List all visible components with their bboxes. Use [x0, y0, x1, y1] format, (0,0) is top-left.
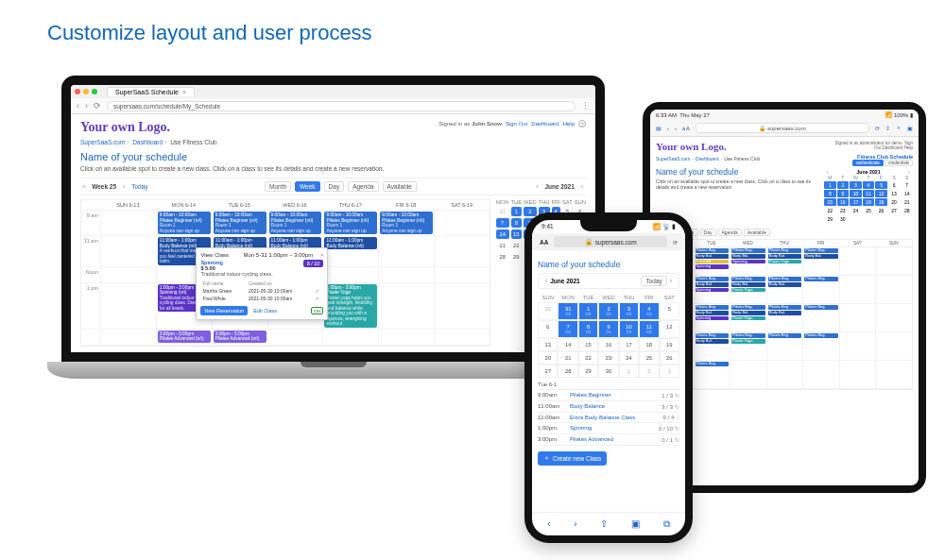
event-pilates-beginner[interactable]: 9:00am - 10:00amPilates Beginner (n/t)Ro…	[269, 212, 322, 234]
back-icon[interactable]: ‹	[547, 518, 550, 530]
repeat-icon: ○	[676, 415, 679, 420]
forward-icon[interactable]: ›	[574, 518, 576, 530]
event-pilates-beginner[interactable]: 9:00am - 10:00amPilates Beginner (n/t)Ro…	[324, 212, 377, 234]
today-link[interactable]: Today	[131, 183, 147, 190]
list-item[interactable]: 9:00amPilates Beginner1 / 3↻	[538, 390, 679, 401]
chevron-left-icon[interactable]: ‹	[542, 278, 550, 284]
table-row[interactable]: Fred White2021-05-30 10:00am↗	[200, 295, 323, 302]
text-size-icon[interactable]: AA	[540, 239, 548, 246]
close-icon[interactable]	[75, 89, 80, 94]
col-head: SAT 6-19	[434, 200, 490, 210]
crumb-root[interactable]: SuperSaaS.com	[80, 139, 125, 145]
view-available[interactable]: Available	[744, 229, 770, 236]
chevron-right-icon[interactable]: ›	[667, 278, 675, 284]
forward-icon[interactable]: ›	[85, 101, 88, 110]
dashboard-link[interactable]: Dashboard	[531, 121, 558, 127]
event-pilates-advanced[interactable]: 3:00pm - 5:00pmPilates Advanced (n/t)	[214, 331, 266, 343]
crumb-dashboard[interactable]: Dashboard	[132, 139, 163, 145]
mini-calendar[interactable]: MTWTFSS 1234567 891011121314 15161718192…	[824, 175, 913, 223]
forward-icon[interactable]: ›	[675, 126, 677, 131]
sign-out-link[interactable]: Sign Out	[506, 121, 527, 127]
link-icon[interactable]: ↗	[313, 287, 323, 295]
week-grid[interactable]: SUN 6-13 MON 6-14 TUE 6-15 WED 6-16 THU …	[80, 199, 490, 347]
event-pilates-beginner[interactable]: 9:00am - 10:00amPilates Beginner (n/t)Ro…	[380, 212, 433, 234]
prev-week-icon[interactable]: ‹	[80, 183, 88, 190]
mobile-calendar[interactable]: SUNMONTUEWEDTHUFRISAT 3031C91C92C93C94C9…	[538, 293, 679, 378]
repeat-icon: ↻	[675, 425, 679, 432]
edit-class-link[interactable]: Edit Class	[253, 308, 277, 314]
event-pilates-beginner[interactable]: 9:00am - 10:00amPilates Beginner (n/t)Ro…	[158, 212, 211, 234]
iphone-address-bar[interactable]: 🔒supersaas.com	[554, 236, 667, 247]
repeat-icon: ↻	[675, 392, 679, 399]
page-headline: Customize layout and user process	[47, 21, 372, 45]
close-tab-icon[interactable]: ×	[182, 89, 186, 95]
help-link[interactable]: Help	[563, 121, 575, 127]
share-icon[interactable]: ⇪	[600, 518, 608, 530]
list-item[interactable]: 11:00amExtra Body Balance Class0 / 4○	[538, 413, 679, 423]
window-controls[interactable]	[75, 89, 97, 94]
next-month-icon[interactable]: ›	[578, 183, 586, 190]
crumb-current: Use Fitness Club	[170, 139, 217, 145]
event-body-balance[interactable]: 11:00am - 1:00pmBody Balance (n/t)	[324, 237, 377, 249]
back-icon[interactable]: ‹	[77, 101, 79, 110]
ipad-toolbar: ▤ ‹ › ᴀA 🔒 supersaas.com ⟳ ⇪ ＋ ▣	[650, 120, 919, 137]
menu-icon[interactable]: ⋮	[581, 101, 590, 110]
create-class-button[interactable]: ＋Create new Class	[538, 451, 607, 466]
auth-button[interactable]: authenticate	[852, 160, 884, 166]
view-day[interactable]: Day	[700, 229, 716, 236]
col-head: FRI 6-18	[378, 200, 434, 210]
text-size-icon[interactable]: ᴀA	[682, 125, 690, 131]
ipad-status-bar: 6:33 AM Thu May 27 📶 100% ▮	[650, 110, 919, 120]
reload-icon[interactable]: ⟳	[875, 125, 880, 131]
event-pilates-advanced[interactable]: 3:00pm - 5:00pmPilates Advanced (n/t)	[158, 331, 211, 343]
tabs-icon[interactable]: ⧉	[663, 518, 670, 530]
help-icon[interactable]: ?	[578, 120, 586, 127]
today-button[interactable]: Today	[641, 276, 666, 286]
iphone-address-row: AA 🔒supersaas.com ⟳	[532, 233, 685, 250]
month-picker[interactable]: ‹ June 2021 Today ›	[538, 273, 679, 289]
event-pilates-beginner[interactable]: 9:00am - 10:00amPilates Beginner (n/t)Ro…	[214, 212, 266, 234]
maximize-icon[interactable]	[92, 89, 97, 94]
credentials-button[interactable]: credentials	[885, 160, 913, 166]
list-item[interactable]: 1:00pmSpinning0 / 10↻	[538, 423, 679, 434]
repeat-icon: ↻	[675, 403, 679, 410]
help-link[interactable]: Help	[904, 145, 913, 150]
list-item[interactable]: 3:00pmPilates Advanced0 / 1↻	[538, 434, 679, 446]
view-month[interactable]: Month	[265, 181, 291, 192]
view-week[interactable]: Week	[295, 181, 320, 192]
link-icon[interactable]: ↗	[313, 295, 323, 302]
reload-icon[interactable]: ⟳	[673, 239, 678, 246]
event-popup: View Class Mon 5-31 1:00pm – 3:00pm × 8 …	[196, 247, 328, 320]
minimize-icon[interactable]	[83, 89, 89, 94]
hour-label: 1 pm	[81, 283, 100, 329]
share-icon[interactable]: ⇪	[885, 125, 890, 131]
view-available[interactable]: Available	[383, 181, 417, 192]
dashboard-link[interactable]: Dashboard	[882, 145, 902, 150]
event-power-yoga[interactable]: 1:00pm - 3:00pmPower YogaPower yoga help…	[324, 284, 377, 328]
breadcrumb: SuperSaaS.com›Dashboard›Use Fitness Club	[656, 156, 818, 161]
next-week-icon[interactable]: ›	[120, 183, 128, 190]
ipad-address-bar[interactable]: 🔒 supersaas.com	[696, 123, 869, 133]
address-bar[interactable]: supersaas.com/schedule/My_Schedule	[107, 101, 576, 111]
reload-icon[interactable]: ⟳	[94, 101, 101, 110]
app-page: Your own Logo. Signed in as John Snow Si…	[71, 114, 595, 352]
view-day[interactable]: Day	[324, 181, 345, 192]
prev-month-icon[interactable]: ‹	[533, 183, 541, 190]
col-head: WED 6-16	[267, 200, 323, 210]
month-grid[interactable]: MONTUEWEDTHUFRISATSUN Pilates Beg.Body B…	[656, 239, 913, 390]
browser-tab[interactable]: SuperSaaS Schedule ×	[107, 87, 195, 96]
new-tab-icon[interactable]: ＋	[896, 124, 902, 132]
close-icon[interactable]: ×	[320, 252, 324, 258]
view-toolbar: Month Week Day Agenda Available	[656, 229, 913, 236]
sidebar-icon[interactable]: ▤	[656, 125, 662, 131]
logo: Your own Logo.	[80, 120, 170, 135]
list-item[interactable]: 11:00amBody Balance3 / 3↻	[538, 401, 679, 413]
back-icon[interactable]: ‹	[667, 126, 669, 131]
tabs-icon[interactable]: ▣	[907, 125, 913, 131]
view-agenda[interactable]: Agenda	[718, 229, 742, 236]
export-icon[interactable]: csv	[311, 307, 324, 314]
table-row[interactable]: Martha Green2021-05-30 10:00am↗	[200, 287, 323, 295]
new-reservation-button[interactable]: New Reservation	[200, 306, 248, 315]
bookmarks-icon[interactable]: ▣	[631, 518, 640, 530]
view-agenda[interactable]: Agenda	[348, 181, 378, 192]
